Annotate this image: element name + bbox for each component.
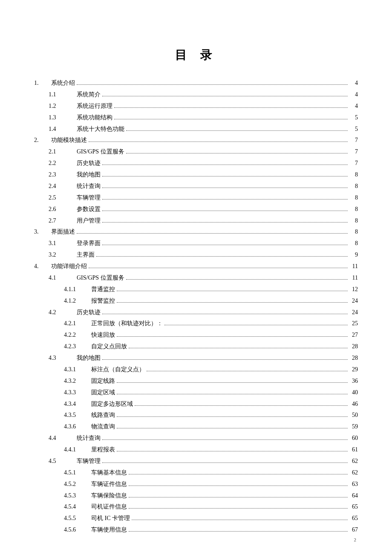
toc-entry[interactable]: 4.5.1车辆基本信息62: [34, 468, 358, 477]
toc-entry[interactable]: 2.6参数设置8: [34, 205, 358, 214]
toc-entry[interactable]: 4.3.2固定线路36: [34, 376, 358, 386]
toc-entry-number: 3.1: [49, 239, 76, 248]
toc-entry-number: 2.4: [49, 182, 76, 191]
toc-leader-dots: [129, 497, 348, 497]
toc-entry-number: 1.3: [49, 113, 76, 122]
toc-entry-page: 24: [349, 296, 358, 306]
toc-entry[interactable]: 4.5.3车辆保险信息64: [34, 491, 358, 500]
toc-entry[interactable]: 3.1登录界面8: [34, 239, 358, 248]
toc-entry-number: 3.2: [49, 250, 76, 260]
toc-entry[interactable]: 2.7用户管理8: [34, 216, 358, 225]
toc-leader-dots: [147, 371, 348, 371]
toc-entry[interactable]: 1.1系统简介4: [34, 90, 358, 99]
toc-entry-text: 车辆使用信息: [91, 525, 127, 535]
toc-entry-number: 4.3.2: [64, 376, 90, 386]
toc-leader-dots: [117, 451, 348, 451]
toc-entry-number: 4.5.5: [64, 514, 90, 523]
toc-entry-page: 11: [349, 273, 358, 283]
toc-entry[interactable]: 4.5.2车辆证件信息63: [34, 480, 358, 489]
toc-entry[interactable]: 2.5车辆管理8: [34, 193, 358, 202]
toc-entry[interactable]: 4.1GIS/GPS 位置服务11: [34, 273, 358, 283]
toc-entry-page: 4: [349, 101, 358, 111]
toc-entry[interactable]: 4.2.1正常回放（和轨迹对比）：25: [34, 319, 358, 328]
toc-entry-page: 59: [349, 422, 358, 431]
toc-entry-text: 统计查询: [77, 182, 101, 191]
toc-entry[interactable]: 1.系统介绍4: [34, 78, 358, 88]
toc-entry-text: 线路查询: [91, 410, 115, 420]
toc-entry[interactable]: 3.界面描述8: [34, 227, 358, 237]
toc-leader-dots: [96, 256, 348, 257]
toc-entry[interactable]: 4.1.2报警监控24: [34, 296, 358, 306]
toc-entry-text: 物流查询: [91, 422, 115, 431]
toc-entry[interactable]: 4.2.3自定义点回放28: [34, 342, 358, 351]
toc-entry-page: 28: [349, 342, 358, 351]
toc-leader-dots: [117, 336, 348, 337]
toc-entry[interactable]: 4.3我的地图28: [34, 353, 358, 363]
toc-entry[interactable]: 1.4系统十大特色功能5: [34, 124, 358, 134]
toc-entry-page: 8: [349, 170, 358, 179]
toc-entry-text: 司机证件信息: [91, 502, 127, 512]
toc-entry[interactable]: 2.4统计查询8: [34, 182, 358, 191]
toc-list: 1.系统介绍41.1系统简介41.2系统运行原理41.3系统功能结构51.4系统…: [34, 78, 358, 535]
toc-entry-text: 报警监控: [91, 296, 115, 306]
toc-leader-dots: [126, 130, 348, 131]
toc-entry[interactable]: 4.4统计查询60: [34, 434, 358, 443]
toc-entry[interactable]: 4.功能详细介绍11: [34, 262, 358, 271]
toc-entry[interactable]: 4.2.2快速回放27: [34, 330, 358, 340]
toc-entry[interactable]: 2.3我的地图8: [34, 170, 358, 179]
toc-leader-dots: [117, 302, 348, 303]
toc-entry[interactable]: 4.5车辆管理62: [34, 457, 358, 466]
toc-entry-text: 系统介绍: [51, 78, 75, 88]
toc-entry-number: 4.5.1: [64, 468, 90, 477]
toc-leader-dots: [117, 416, 348, 417]
toc-entry-text: GIS/GPS 位置服务: [77, 147, 124, 156]
toc-entry[interactable]: 1.2系统运行原理4: [34, 101, 358, 111]
toc-entry[interactable]: 2.2历史轨迹7: [34, 159, 358, 168]
toc-entry-text: 历史轨迹: [77, 159, 101, 168]
toc-entry-text: 功能详细介绍: [51, 262, 87, 271]
toc-entry-number: 4.4.1: [64, 445, 90, 454]
page-number: 2: [354, 537, 357, 542]
toc-entry[interactable]: 4.1.1普通监控12: [34, 285, 358, 294]
toc-leader-dots: [129, 486, 348, 486]
toc-entry[interactable]: 1.3系统功能结构5: [34, 113, 358, 122]
toc-leader-dots: [117, 382, 348, 383]
toc-entry-page: 5: [349, 113, 358, 122]
toc-entry-page: 67: [349, 525, 358, 535]
toc-entry[interactable]: 4.5.4司机证件信息65: [34, 502, 358, 512]
toc-entry-page: 29: [349, 365, 358, 374]
toc-entry[interactable]: 4.2历史轨迹24: [34, 308, 358, 317]
toc-entry[interactable]: 4.5.5司机 IC 卡管理65: [34, 514, 358, 523]
toc-leader-dots: [129, 474, 348, 474]
toc-entry[interactable]: 4.4.1里程报表61: [34, 445, 358, 454]
toc-leader-dots: [126, 279, 348, 280]
toc-leader-dots: [126, 153, 348, 153]
toc-entry[interactable]: 3.2主界面9: [34, 250, 358, 260]
toc-entry[interactable]: 4.3.5线路查询50: [34, 410, 358, 420]
toc-leader-dots: [102, 188, 348, 188]
toc-leader-dots: [102, 314, 348, 314]
toc-leader-dots: [117, 394, 348, 394]
toc-entry-page: 5: [349, 124, 358, 134]
toc-entry[interactable]: 4.3.4固定多边形区域46: [34, 399, 358, 409]
toc-entry-page: 7: [349, 136, 358, 145]
toc-entry[interactable]: 4.3.1标注点（自定义点）29: [34, 365, 358, 374]
toc-leader-dots: [102, 199, 348, 199]
toc-entry[interactable]: 4.5.6车辆使用信息67: [34, 525, 358, 535]
toc-entry[interactable]: 4.3.6物流查询59: [34, 422, 358, 431]
toc-entry-page: 36: [349, 376, 358, 386]
toc-entry-number: 4.3.1: [64, 365, 90, 374]
toc-entry[interactable]: 2.1GIS/GPS 位置服务7: [34, 147, 358, 156]
toc-entry-number: 1.2: [49, 101, 76, 111]
toc-entry-page: 8: [349, 193, 358, 202]
toc-entry-text: 登录界面: [77, 239, 101, 248]
toc-leader-dots: [129, 531, 348, 532]
toc-entry-page: 7: [349, 147, 358, 156]
toc-entry-number: 4.5.6: [64, 525, 90, 535]
toc-entry[interactable]: 4.3.3固定区域40: [34, 388, 358, 397]
toc-entry-number: 2.6: [49, 205, 76, 214]
toc-entry-page: 40: [349, 388, 358, 397]
toc-entry-number: 4.1: [49, 273, 76, 283]
toc-entry-page: 7: [349, 159, 358, 168]
toc-entry[interactable]: 2.功能模块描述7: [34, 136, 358, 145]
